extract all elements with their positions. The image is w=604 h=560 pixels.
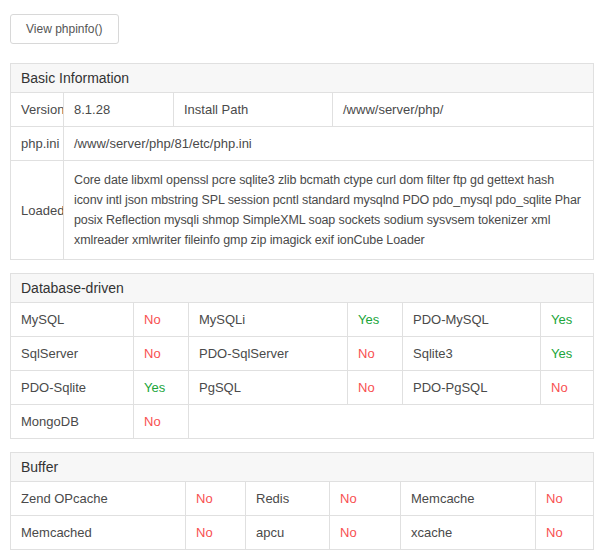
- buffer-panel: Buffer Zend OPcache No Redis No Memcache…: [10, 452, 594, 550]
- extension-name: xcache: [401, 516, 536, 550]
- table-row: PDO-Sqlite Yes PgSQL No PDO-PgSQL No: [11, 371, 594, 405]
- status-value: No: [348, 371, 403, 405]
- status-value: No: [134, 405, 189, 439]
- extension-name: MySQL: [11, 303, 134, 337]
- status-value: No: [536, 516, 594, 550]
- status-value: No: [186, 516, 246, 550]
- status-value: Yes: [541, 303, 594, 337]
- loaded-label: Loaded: [11, 161, 64, 260]
- extension-name: PDO-MySQL: [403, 303, 541, 337]
- install-path-label: Install Path: [174, 93, 333, 127]
- basic-information-panel: Basic Information Version 8.1.28 Install…: [10, 63, 594, 260]
- php-settings-page: View phpinfo() Basic Information Version…: [0, 0, 604, 560]
- version-value: 8.1.28: [64, 93, 174, 127]
- status-value: Yes: [541, 337, 594, 371]
- extension-name: Sqlite3: [403, 337, 541, 371]
- database-driven-panel: Database-driven MySQL No MySQLi Yes PDO-…: [10, 273, 594, 439]
- extension-name: Memcached: [11, 516, 186, 550]
- empty-cell: [189, 405, 594, 439]
- extension-name: SqlServer: [11, 337, 134, 371]
- table-row: Version 8.1.28 Install Path /www/server/…: [11, 93, 594, 127]
- table-row: Zend OPcache No Redis No Memcache No: [11, 482, 594, 516]
- table-row: MongoDB No: [11, 405, 594, 439]
- status-value: No: [330, 482, 401, 516]
- table-row: SqlServer No PDO-SqlServer No Sqlite3 Ye…: [11, 337, 594, 371]
- table-row: php.ini /www/server/php/81/etc/php.ini: [11, 127, 594, 161]
- install-path-value: /www/server/php/: [333, 93, 594, 127]
- status-value: Yes: [134, 371, 189, 405]
- extension-name: Zend OPcache: [11, 482, 186, 516]
- phpini-label: php.ini: [11, 127, 64, 161]
- extension-name: MongoDB: [11, 405, 134, 439]
- extension-name: PDO-SqlServer: [189, 337, 348, 371]
- phpini-value: /www/server/php/81/etc/php.ini: [64, 127, 594, 161]
- status-value: No: [541, 371, 594, 405]
- database-driven-title: Database-driven: [10, 273, 594, 303]
- extension-name: PgSQL: [189, 371, 348, 405]
- table-row: Memcached No apcu No xcache No: [11, 516, 594, 550]
- status-value: No: [330, 516, 401, 550]
- view-phpinfo-button[interactable]: View phpinfo(): [10, 14, 119, 44]
- extension-name: MySQLi: [189, 303, 348, 337]
- version-label: Version: [11, 93, 64, 127]
- table-row: Loaded Core date libxml openssl pcre sql…: [11, 161, 594, 260]
- table-row: MySQL No MySQLi Yes PDO-MySQL Yes: [11, 303, 594, 337]
- basic-information-title: Basic Information: [10, 63, 594, 93]
- status-value: No: [348, 337, 403, 371]
- status-value: No: [186, 482, 246, 516]
- extension-name: Redis: [246, 482, 330, 516]
- extension-name: apcu: [246, 516, 330, 550]
- status-value: No: [536, 482, 594, 516]
- extension-name: Memcache: [401, 482, 536, 516]
- extension-name: PDO-PgSQL: [403, 371, 541, 405]
- status-value: No: [134, 303, 189, 337]
- buffer-title: Buffer: [10, 452, 594, 482]
- basic-information-table: Version 8.1.28 Install Path /www/server/…: [10, 92, 594, 260]
- status-value: No: [134, 337, 189, 371]
- buffer-table: Zend OPcache No Redis No Memcache No Mem…: [10, 481, 594, 550]
- database-driven-table: MySQL No MySQLi Yes PDO-MySQL Yes SqlSer…: [10, 302, 594, 439]
- loaded-modules-value: Core date libxml openssl pcre sqlite3 zl…: [64, 161, 594, 260]
- extension-name: PDO-Sqlite: [11, 371, 134, 405]
- status-value: Yes: [348, 303, 403, 337]
